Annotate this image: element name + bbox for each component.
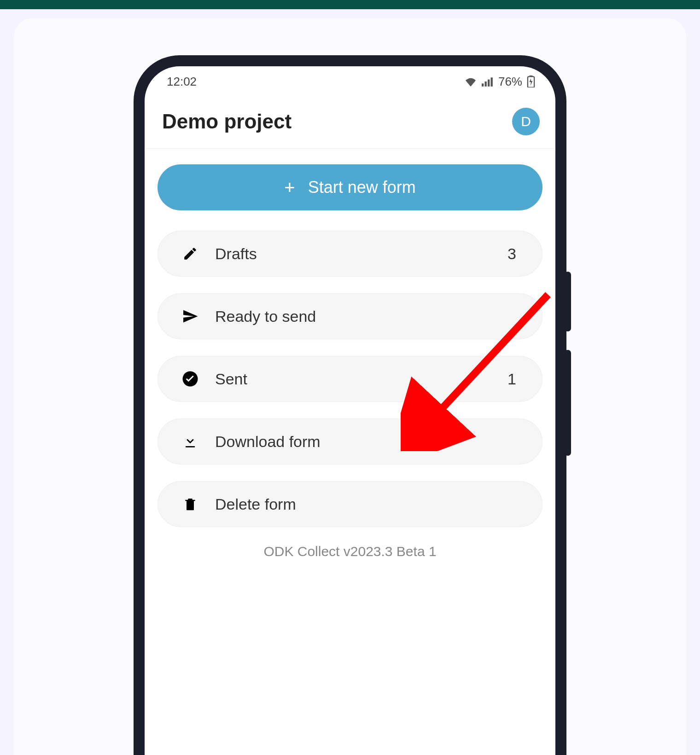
- status-right: 76%: [464, 75, 535, 89]
- sent-count: 1: [508, 370, 516, 388]
- pencil-icon: [180, 244, 200, 264]
- page-title: Demo project: [162, 110, 292, 133]
- battery-icon: [527, 76, 535, 87]
- battery-percent: 76%: [498, 75, 522, 89]
- drafts-count: 3: [508, 245, 516, 263]
- delete-label: Delete form: [215, 495, 516, 513]
- start-button-label: Start new form: [308, 178, 416, 197]
- ready-to-send-item[interactable]: Ready to send: [158, 293, 542, 339]
- app-header: Demo project D: [145, 97, 555, 149]
- svg-rect-3: [490, 77, 492, 87]
- status-time: 12:02: [167, 75, 197, 89]
- phone-side-button-1: [565, 272, 571, 331]
- start-new-form-button[interactable]: + Start new form: [158, 164, 542, 210]
- svg-rect-2: [488, 80, 490, 87]
- send-icon: [180, 306, 200, 326]
- avatar-initial: D: [521, 114, 531, 129]
- drafts-item[interactable]: Drafts 3: [158, 231, 542, 277]
- ready-label: Ready to send: [215, 308, 516, 325]
- phone-screen: 12:02 76% Demo project D: [145, 66, 555, 755]
- sent-item[interactable]: Sent 1: [158, 356, 542, 402]
- download-label: Download form: [215, 433, 516, 451]
- background-card: 12:02 76% Demo project D: [14, 18, 686, 755]
- download-form-item[interactable]: Download form: [158, 418, 542, 465]
- plus-icon: +: [284, 177, 295, 198]
- signal-icon: [482, 76, 494, 87]
- phone-side-button-2: [565, 350, 571, 456]
- avatar[interactable]: D: [512, 108, 540, 135]
- svg-rect-1: [484, 81, 486, 87]
- wifi-icon: [464, 76, 477, 87]
- main-content: + Start new form Drafts 3 Ready to send: [145, 149, 555, 559]
- svg-rect-0: [482, 83, 484, 87]
- download-icon: [180, 431, 200, 452]
- sent-label: Sent: [215, 370, 508, 388]
- version-text: ODK Collect v2023.3 Beta 1: [158, 544, 542, 559]
- trash-icon: [180, 494, 200, 514]
- page-top-stripe: [0, 0, 700, 9]
- drafts-label: Drafts: [215, 245, 508, 263]
- status-bar: 12:02 76%: [145, 66, 555, 97]
- phone-frame: 12:02 76% Demo project D: [134, 55, 566, 755]
- check-circle-icon: [180, 369, 200, 389]
- delete-form-item[interactable]: Delete form: [158, 481, 542, 527]
